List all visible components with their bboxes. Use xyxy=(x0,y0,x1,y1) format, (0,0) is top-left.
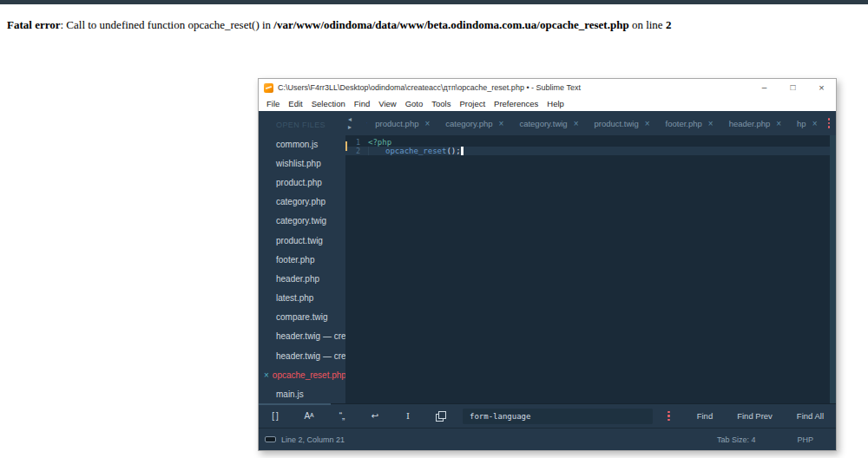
file-label: common.js xyxy=(276,140,318,149)
sidebar-item-compare-twig[interactable]: compare.twig xyxy=(259,308,345,327)
error-text: on line xyxy=(629,18,666,31)
tab-label: header.php xyxy=(729,119,771,128)
sidebar-item-header-twig-1[interactable]: header.twig — crea xyxy=(259,327,345,346)
in-selection-toggle-icon[interactable]: I xyxy=(402,411,414,421)
find-bar: [] Aᴬ “„ ↩ I Find Find Prev Find All xyxy=(259,403,836,428)
tab-close-icon[interactable]: × xyxy=(776,119,781,128)
syntax-indicator[interactable]: PHP xyxy=(797,435,813,444)
tab-close-icon[interactable]: × xyxy=(424,119,430,128)
sidebar-item-product-twig[interactable]: product.twig xyxy=(259,231,345,250)
menu-view[interactable]: View xyxy=(374,99,400,108)
tab-label: category.twig xyxy=(519,119,567,128)
whole-word-toggle-icon[interactable]: “„ xyxy=(336,411,348,421)
title-bar[interactable]: C:\Users\F4rr3LL\Desktop\odindoma\create… xyxy=(259,79,836,96)
wrap-toggle-icon[interactable]: ↩ xyxy=(369,411,381,421)
menu-find[interactable]: Find xyxy=(350,99,374,108)
menu-project[interactable]: Project xyxy=(455,99,490,108)
caret-mode-icon xyxy=(265,436,276,442)
main-area: OPEN FILES common.js wishlist.php produc… xyxy=(259,111,836,403)
code-editor[interactable]: 1 <?php 2 opcache_reset (); xyxy=(345,135,836,403)
menu-edit[interactable]: Edit xyxy=(284,99,306,108)
file-label: opcache_reset.php xyxy=(273,370,345,380)
tab-product-php[interactable]: product.php× xyxy=(367,119,437,128)
top-dark-bar xyxy=(0,0,868,4)
find-all-button[interactable]: Find All xyxy=(797,411,824,421)
menu-file[interactable]: File xyxy=(262,99,284,108)
find-overflow-menu-icon[interactable] xyxy=(665,409,673,423)
sidebar-item-main-js[interactable]: main.js xyxy=(259,384,345,403)
function-name: opcache_reset xyxy=(385,147,446,155)
sublime-text-window: C:\Users\F4rr3LL\Desktop\odindoma\create… xyxy=(258,78,837,451)
tab-label: product.php xyxy=(375,119,418,128)
tab-category-twig[interactable]: category.twig× xyxy=(511,119,586,128)
tab-overflow-menu-icon[interactable] xyxy=(825,116,833,130)
sidebar-item-wishlist-php[interactable]: wishlist.php xyxy=(259,154,345,173)
close-file-icon[interactable]: × xyxy=(264,370,269,380)
find-button[interactable]: Find xyxy=(697,411,713,421)
error-line-number: 2 xyxy=(666,18,672,31)
tab-clipped-php[interactable]: hp× xyxy=(789,119,825,128)
status-bar: Line 2, Column 21 Tab Size: 4 PHP xyxy=(259,428,836,450)
sidebar-item-category-twig[interactable]: category.twig xyxy=(259,212,345,231)
line-number: 1 xyxy=(345,138,368,147)
code-line-1: 1 <?php xyxy=(345,138,836,147)
tab-label: hp xyxy=(797,119,806,128)
sidebar-item-footer-php[interactable]: footer.php xyxy=(259,250,345,269)
code-line-2: 2 opcache_reset (); xyxy=(345,147,836,155)
editor-scrollbar[interactable] xyxy=(830,135,836,403)
tab-label: product.twig xyxy=(595,119,639,128)
window-title: C:\Users\F4rr3LL\Desktop\odindoma\create… xyxy=(278,83,581,92)
menu-bar: File Edit Selection Find View Goto Tools… xyxy=(259,96,836,111)
minimize-button[interactable]: – xyxy=(750,79,779,96)
modified-line-marker xyxy=(345,141,347,151)
tab-header-php[interactable]: header.php× xyxy=(721,119,789,128)
file-label: main.js xyxy=(276,389,304,399)
tab-bar: ◂ ▸ wish product.php× category.php× cate… xyxy=(345,111,836,135)
editor-column: ◂ ▸ wish product.php× category.php× cate… xyxy=(345,111,836,403)
sidebar-item-product-php[interactable]: product.php xyxy=(259,173,345,192)
find-prev-button[interactable]: Find Prev xyxy=(737,411,773,421)
regex-toggle-icon[interactable]: [] xyxy=(270,411,282,421)
text-caret xyxy=(461,147,464,155)
file-label: header.twig — crea xyxy=(276,331,345,341)
sidebar-item-header-php[interactable]: header.php xyxy=(259,269,345,288)
php-error-message: Fatal error: Call to undefined function … xyxy=(7,18,671,32)
php-open-tag: <?php xyxy=(368,138,391,147)
menu-preferences[interactable]: Preferences xyxy=(490,99,542,108)
tab-scroll-arrows-icon[interactable]: ◂ ▸ xyxy=(348,115,354,131)
tab-close-icon[interactable]: × xyxy=(645,119,650,128)
tab-product-twig[interactable]: product.twig× xyxy=(587,119,658,128)
tab-footer-php[interactable]: footer.php× xyxy=(658,119,721,128)
tab-close-icon[interactable]: × xyxy=(574,119,579,128)
close-button[interactable]: × xyxy=(807,79,836,96)
menu-selection[interactable]: Selection xyxy=(307,99,350,108)
tab-close-icon[interactable]: × xyxy=(812,119,818,128)
file-label: product.twig xyxy=(276,236,323,245)
tab-close-icon[interactable]: × xyxy=(499,119,504,128)
file-label: header.twig — crea xyxy=(276,351,345,361)
tab-size-indicator[interactable]: Tab Size: 4 xyxy=(717,435,756,444)
menu-goto[interactable]: Goto xyxy=(401,99,428,108)
find-input[interactable] xyxy=(463,409,653,424)
tab-label: category.php xyxy=(445,119,492,128)
file-label: footer.php xyxy=(276,255,314,265)
sidebar-item-common-js[interactable]: common.js xyxy=(259,134,345,154)
menu-help[interactable]: Help xyxy=(542,99,569,108)
maximize-button[interactable]: □ xyxy=(779,79,807,96)
tab-close-icon[interactable]: × xyxy=(708,119,713,128)
menu-tools[interactable]: Tools xyxy=(427,99,455,108)
tab-category-php[interactable]: category.php× xyxy=(437,119,511,128)
cursor-position: Line 2, Column 21 xyxy=(281,435,345,444)
sidebar-item-opcache-reset-php[interactable]: × opcache_reset.php xyxy=(259,365,345,384)
sidebar-item-category-php[interactable]: category.php xyxy=(259,193,345,212)
open-files-header: OPEN FILES xyxy=(259,111,345,134)
tab-label: footer.php xyxy=(666,119,702,128)
sidebar-item-latest-php[interactable]: latest.php xyxy=(259,289,345,308)
highlight-matches-toggle-icon[interactable] xyxy=(435,411,447,422)
file-label: category.php xyxy=(276,197,326,206)
sidebar-item-header-twig-2[interactable]: header.twig — crea xyxy=(259,346,345,365)
tab-wishlist[interactable]: wish xyxy=(359,119,367,128)
file-label: category.twig xyxy=(276,216,326,226)
file-label: compare.twig xyxy=(276,312,327,322)
case-sensitive-toggle-icon[interactable]: Aᴬ xyxy=(303,411,315,421)
